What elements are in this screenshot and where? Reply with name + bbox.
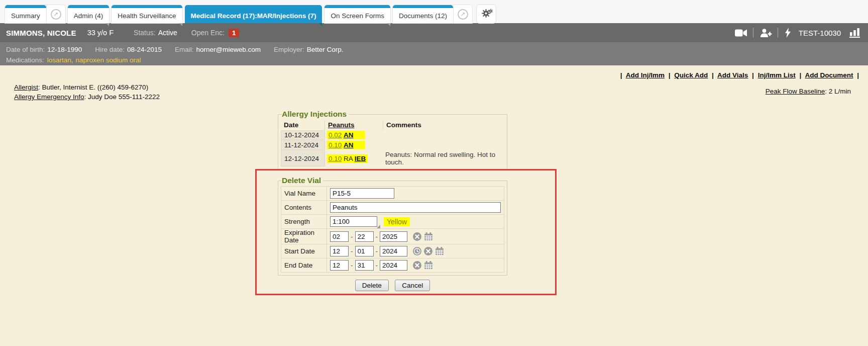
injection-date: 10-12-2024 — [281, 130, 325, 140]
link-separator: | — [855, 71, 861, 79]
end-month-input[interactable] — [330, 260, 349, 271]
clock-icon[interactable] — [413, 247, 421, 255]
reaction-code-link[interactable]: IEB — [355, 155, 366, 162]
start-month-input[interactable] — [330, 246, 349, 256]
tab-health-surveillance[interactable]: Health Surveillance — [112, 5, 182, 23]
date-separator: - — [376, 262, 378, 269]
add-person-icon[interactable] — [760, 29, 772, 37]
patient-id: TEST-10030 — [799, 29, 841, 37]
delete-button[interactable]: Delete — [355, 280, 389, 291]
allergist-link[interactable]: Allergist — [14, 83, 38, 91]
calendar-icon[interactable] — [435, 247, 444, 255]
medications-label: Medications: — [6, 56, 44, 64]
inj-imm-list-link[interactable]: Inj/Imm List — [758, 71, 796, 79]
tab-on-screen-forms[interactable]: On Screen Forms — [324, 5, 390, 23]
tab-corner-fold-icon — [106, 23, 109, 26]
allergy-emergency-info-link[interactable]: Allergy Emergency Info — [14, 93, 84, 101]
tab-documents-popout[interactable]: ↗ — [453, 5, 472, 23]
tab-on-screen-forms-label: On Screen Forms — [331, 12, 384, 20]
peak-flow-baseline: Peak Flow Baseline: 2 L/min — [766, 88, 851, 95]
allergy-emergency-text: : Judy Doe 555-111-2222 — [84, 93, 160, 101]
dose-link[interactable]: 0.10 — [329, 155, 342, 162]
expiration-month-input[interactable] — [330, 231, 349, 242]
add-vials-link[interactable]: Add Vials — [717, 71, 748, 79]
calendar-icon[interactable] — [424, 261, 433, 270]
dose-link[interactable]: 0.10 — [329, 141, 342, 149]
link-separator: | — [710, 71, 716, 79]
column-header-date: Date — [281, 120, 325, 130]
divider — [778, 28, 778, 38]
lightning-bolt-icon[interactable] — [785, 28, 791, 38]
clear-date-icon[interactable] — [413, 261, 421, 270]
medication-link-naproxen[interactable]: naproxen sodium oral — [76, 56, 141, 64]
tab-corner-fold-icon — [179, 23, 182, 26]
delete-vial-panel: Delete Vial Vial Name Contents Strength … — [278, 176, 507, 276]
injection-comment: Peanuts: Normal red swelling. Hot to tou… — [383, 150, 504, 166]
strength-input[interactable] — [330, 216, 377, 227]
employer-label: Employer: — [274, 46, 304, 53]
clear-date-icon[interactable] — [413, 232, 421, 241]
tab-summary[interactable]: Summary ↗ — [5, 5, 65, 23]
vial-name-input[interactable] — [330, 188, 394, 199]
flowsheet-chart-icon[interactable] — [849, 28, 861, 38]
video-camera-icon[interactable] — [735, 29, 747, 37]
reaction-code-link[interactable]: AN — [344, 141, 354, 149]
strength-label: Strength — [281, 215, 327, 229]
allergy-contacts: Allergist: Butler, Internist E. ((260) 4… — [14, 82, 160, 102]
status-value: Active — [158, 29, 177, 37]
link-separator: | — [750, 71, 756, 79]
main-content: | Add Inj/Imm | Quick Add | Add Vials | … — [0, 65, 868, 346]
tab-medical-record-label: Medical Record (17):MAR/Injections (7) — [191, 12, 316, 20]
allergist-text: : Butler, Internist E. ((260) 459-6270) — [38, 83, 148, 91]
cancel-button[interactable]: Cancel — [395, 280, 430, 291]
tab-documents-label: Documents (12) — [399, 12, 447, 20]
tab-strip: Summary ↗ Admin (4) Health Surveillance … — [0, 0, 868, 23]
tab-summary-popout[interactable]: ↗ — [46, 5, 65, 23]
peak-flow-baseline-link[interactable]: Peak Flow Baseline — [766, 88, 825, 95]
patient-age-sex: 33 y/o F — [87, 29, 114, 37]
add-inj-imm-link[interactable]: Add Inj/Imm — [626, 71, 665, 79]
divider — [753, 28, 753, 38]
tab-documents[interactable]: Documents (12) ↗ — [393, 5, 472, 23]
peanuts-column-link[interactable]: Peanuts — [328, 121, 355, 129]
open-encounter-badge[interactable]: 1 — [229, 29, 240, 37]
calendar-icon[interactable] — [424, 232, 433, 241]
external-link-icon: ↗ — [458, 9, 468, 20]
dose-link[interactable]: 0.02 — [329, 131, 342, 139]
injection-row: 10-12-2024 0.02 AN — [281, 130, 504, 140]
quick-add-link[interactable]: Quick Add — [674, 71, 708, 79]
clear-date-icon[interactable] — [424, 247, 432, 255]
start-day-input[interactable] — [355, 246, 374, 256]
dob-value: 12-18-1990 — [47, 46, 82, 53]
patient-header-bar: SIMMONS, NICOLE 33 y/o F Status: Active … — [0, 23, 868, 42]
end-day-input[interactable] — [355, 260, 374, 271]
injection-entry-highlight: 0.02 AN — [327, 131, 365, 139]
hire-date-label: Hire date: — [95, 46, 125, 53]
expiration-day-input[interactable] — [355, 231, 374, 242]
action-links-row: | Add Inj/Imm | Quick Add | Add Vials | … — [618, 71, 861, 79]
tab-corner-fold-icon — [319, 23, 322, 26]
end-year-input[interactable] — [380, 260, 407, 271]
tab-admin[interactable]: Admin (4) — [68, 5, 110, 23]
start-date-label: Start Date — [281, 244, 327, 258]
employer-value: Better Corp. — [307, 46, 344, 53]
vial-name-label: Vial Name — [281, 187, 327, 201]
vial-color-badge: Yellow — [384, 217, 410, 226]
expiration-year-input[interactable] — [380, 231, 407, 242]
allergy-injections-legend: Allergy Injections — [282, 110, 349, 119]
medication-link-losartan[interactable]: losartan — [47, 56, 71, 64]
tab-medical-record[interactable]: Medical Record (17):MAR/Injections (7) — [185, 5, 322, 23]
reaction-code-link[interactable]: AN — [344, 131, 354, 139]
medication-separator: , — [71, 56, 73, 64]
link-separator: | — [618, 71, 624, 79]
contents-input[interactable] — [330, 202, 501, 213]
injection-comment — [383, 140, 504, 150]
injection-date: 12-12-2024 — [281, 150, 325, 166]
tab-health-surveillance-label: Health Surveillance — [118, 12, 176, 20]
allergy-injections-panel: Allergy Injections Date Peanuts Comments… — [278, 110, 507, 170]
reaction-ra-text: RA — [344, 155, 353, 162]
add-document-link[interactable]: Add Document — [805, 71, 853, 79]
status-label: Status: — [134, 29, 156, 37]
start-year-input[interactable] — [380, 246, 407, 256]
tab-settings-button[interactable] — [477, 5, 496, 23]
